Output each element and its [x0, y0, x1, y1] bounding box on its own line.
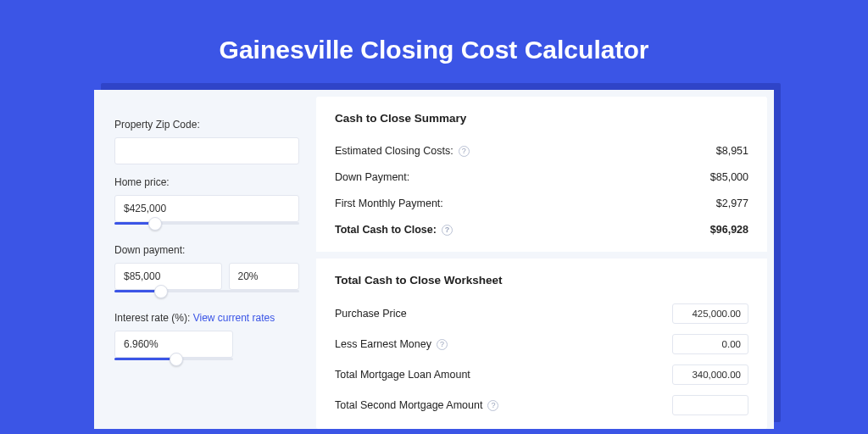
worksheet-row: Total Second Mortgage Amount ? [335, 390, 748, 420]
summary-row-label: Down Payment: [335, 171, 409, 183]
slider-thumb[interactable] [148, 217, 162, 231]
zip-field: Property Zip Code: [114, 119, 299, 164]
down-payment-pct-input[interactable] [229, 263, 299, 290]
slider-thumb[interactable] [170, 353, 183, 366]
worksheet-row-value[interactable] [672, 395, 748, 415]
worksheet-row-value[interactable] [672, 303, 748, 324]
worksheet-row: Purchase Price [335, 298, 748, 329]
summary-total-label: Total Cash to Close: [335, 224, 437, 236]
worksheet-section: Total Cash to Close Worksheet Purchase P… [316, 252, 767, 420]
worksheet-row-label: Less Earnest Money [335, 338, 431, 350]
slider-thumb[interactable] [154, 285, 168, 298]
summary-row-value: $8,951 [716, 145, 748, 157]
zip-label: Property Zip Code: [114, 119, 299, 131]
inputs-sidebar: Property Zip Code: Home price: Down paym… [94, 90, 316, 429]
help-icon[interactable]: ? [487, 400, 498, 411]
slider-fill [114, 358, 176, 360]
help-icon[interactable]: ? [442, 225, 453, 236]
summary-total-value: $96,928 [710, 224, 748, 236]
worksheet-row-value[interactable] [672, 364, 748, 385]
home-price-slider[interactable] [114, 222, 299, 232]
results-panel: Cash to Close Summary Estimated Closing … [316, 97, 767, 429]
home-price-field: Home price: [114, 176, 299, 232]
down-payment-label: Down payment: [114, 244, 299, 256]
page-title: Gainesville Closing Cost Calculator [220, 36, 649, 64]
summary-row-value: $85,000 [710, 171, 748, 183]
summary-row: First Monthly Payment: $2,977 [335, 191, 748, 217]
worksheet-row-label: Total Second Mortgage Amount [335, 399, 482, 411]
help-icon[interactable]: ? [459, 146, 470, 157]
summary-row: Down Payment: $85,000 [335, 164, 748, 191]
help-icon[interactable]: ? [437, 339, 448, 350]
view-rates-link[interactable]: View current rates [193, 312, 275, 324]
down-payment-amount-input[interactable] [114, 263, 222, 290]
worksheet-row-label: Total Mortgage Loan Amount [335, 369, 470, 381]
interest-rate-label-text: Interest rate (%): [114, 312, 190, 324]
down-payment-slider[interactable] [114, 290, 299, 300]
worksheet-heading: Total Cash to Close Worksheet [335, 274, 748, 287]
interest-rate-field: Interest rate (%): View current rates [114, 312, 299, 368]
worksheet-row: Less Earnest Money ? [335, 329, 748, 359]
calculator-body: Property Zip Code: Home price: Down paym… [94, 90, 774, 429]
home-price-input[interactable] [114, 195, 299, 222]
summary-row-value: $2,977 [716, 198, 748, 209]
summary-heading: Cash to Close Summary [335, 112, 748, 125]
interest-rate-slider[interactable] [114, 358, 233, 368]
summary-row-label: Estimated Closing Costs: [335, 145, 453, 157]
home-price-label: Home price: [114, 176, 299, 188]
worksheet-row: Total Mortgage Loan Amount [335, 359, 748, 390]
calculator-card: Property Zip Code: Home price: Down paym… [94, 90, 774, 429]
worksheet-row-label: Purchase Price [335, 308, 407, 320]
zip-input[interactable] [114, 137, 299, 164]
interest-rate-label: Interest rate (%): View current rates [114, 312, 299, 324]
worksheet-row-value[interactable] [672, 334, 748, 354]
summary-row-label: First Monthly Payment: [335, 198, 443, 209]
summary-total-row: Total Cash to Close: ? $96,928 [335, 217, 748, 243]
down-payment-field: Down payment: [114, 244, 299, 300]
summary-row: Estimated Closing Costs: ? $8,951 [335, 138, 748, 164]
